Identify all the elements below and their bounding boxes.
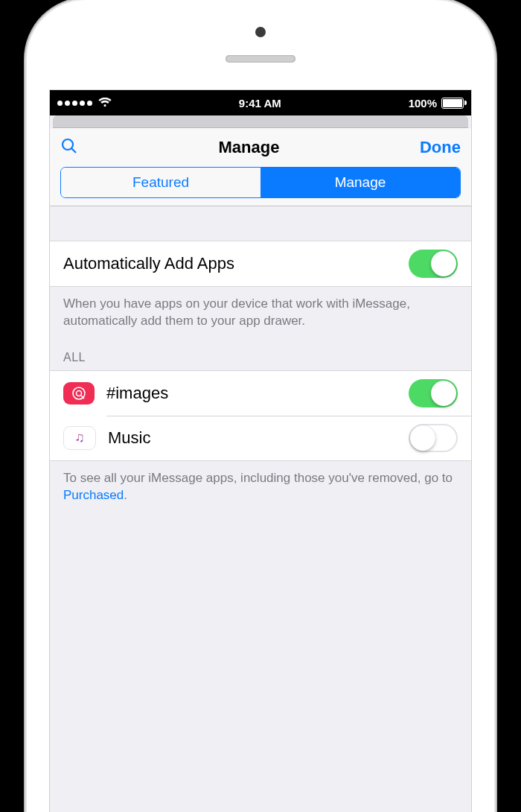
battery-icon — [441, 98, 464, 109]
images-app-icon — [63, 382, 95, 405]
status-battery-pct: 100% — [409, 97, 437, 110]
svg-line-1 — [71, 148, 76, 153]
music-app-icon: ♫ — [63, 426, 96, 450]
app-toggle-images[interactable] — [409, 379, 458, 407]
app-row-music: ♫ Music — [50, 416, 471, 460]
footer-text-pre: To see all your iMessage apps, including… — [63, 471, 453, 485]
auto-add-toggle[interactable] — [409, 250, 458, 278]
svg-point-3 — [77, 390, 82, 396]
app-toggle-music[interactable] — [409, 424, 458, 452]
status-bar: 9:41 AM 100% — [50, 90, 471, 115]
screen: 9:41 AM 100% Manage Done Featured — [49, 89, 472, 812]
app-label: #images — [106, 384, 409, 403]
segmented-control: Featured Manage — [60, 167, 461, 198]
svg-point-0 — [63, 139, 73, 150]
background-sheet — [53, 115, 468, 128]
footer-text-post: . — [124, 488, 127, 502]
auto-add-footer: When you have apps on your device that w… — [50, 287, 471, 330]
phone-camera — [255, 27, 266, 37]
nav-bar: Manage Done Featured Manage — [50, 128, 471, 206]
phone-frame: 9:41 AM 100% Manage Done Featured — [27, 0, 494, 812]
page-title: Manage — [219, 138, 280, 157]
phone-speaker — [226, 55, 295, 63]
all-section-footer: To see all your iMessage apps, including… — [50, 461, 471, 504]
auto-add-row: Automatically Add Apps — [50, 241, 471, 287]
wifi-icon — [98, 97, 112, 110]
content: Automatically Add Apps When you have app… — [50, 206, 471, 504]
purchased-link[interactable]: Purchased — [63, 488, 124, 502]
status-time: 9:41 AM — [239, 97, 281, 110]
auto-add-label: Automatically Add Apps — [63, 254, 409, 273]
all-section-header: ALL — [50, 330, 471, 370]
app-label: Music — [108, 428, 409, 448]
app-row-images: #images — [50, 370, 471, 416]
done-button[interactable]: Done — [420, 138, 461, 157]
signal-dots-icon — [57, 101, 92, 106]
tab-manage[interactable]: Manage — [260, 168, 460, 197]
tab-featured[interactable]: Featured — [61, 168, 260, 197]
music-note-icon: ♫ — [74, 430, 85, 445]
search-icon[interactable] — [60, 137, 78, 158]
